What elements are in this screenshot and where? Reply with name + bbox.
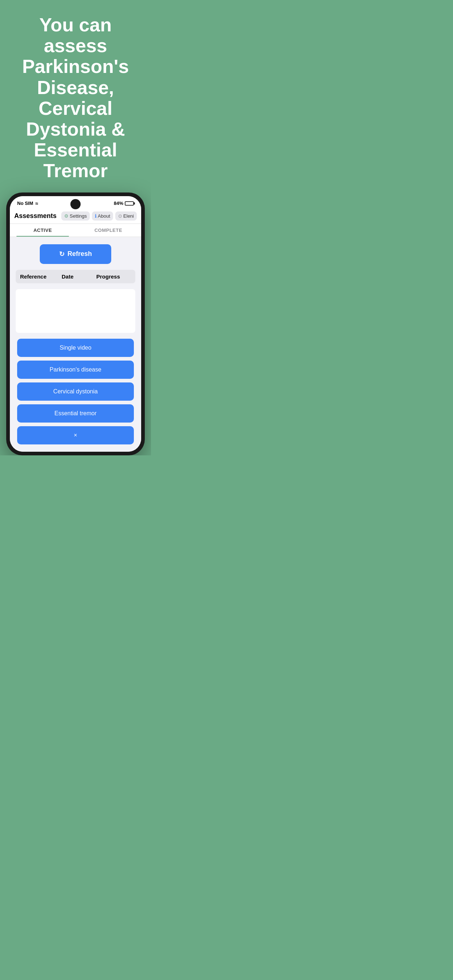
hero-headline: You can assess Parkinson's Disease, Cerv… <box>0 0 151 192</box>
wifi-icon: ≈ <box>35 200 38 206</box>
tab-complete[interactable]: COMPLETE <box>75 224 141 237</box>
col-reference-header: Reference <box>20 274 62 280</box>
nav-bar: Assessments ⚙ Settings ℹ About ⊙ Eleni <box>10 208 141 224</box>
nav-title: Assessments <box>14 212 59 220</box>
table-header: Reference Date Progress <box>16 270 135 283</box>
carrier-label: No SIM <box>17 200 33 206</box>
col-progress-header: Progress <box>96 274 131 280</box>
about-button[interactable]: ℹ About <box>92 212 113 221</box>
phone-notch <box>70 199 81 209</box>
settings-label: Settings <box>70 213 87 219</box>
tab-active[interactable]: ACTIVE <box>10 224 75 237</box>
user-button[interactable]: ⊙ Eleni <box>115 212 137 221</box>
parkinsons-button[interactable]: Parkinson's disease <box>17 361 134 379</box>
action-buttons: Single video Parkinson's disease Cervica… <box>16 339 135 444</box>
tab-bar: ACTIVE COMPLETE <box>10 224 141 237</box>
refresh-label: Refresh <box>67 250 92 258</box>
settings-button[interactable]: ⚙ Settings <box>61 212 90 221</box>
phone-screen: No SIM ≈ 84% Assessments ⚙ Settings ℹ Ab… <box>10 196 141 452</box>
close-icon: × <box>74 432 77 438</box>
cervical-button[interactable]: Cervical dystonia <box>17 382 134 401</box>
close-button[interactable]: × <box>17 426 134 444</box>
about-label: About <box>98 213 110 219</box>
single-video-button[interactable]: Single video <box>17 339 134 357</box>
table-empty-area <box>16 289 135 333</box>
battery-icon <box>125 201 134 205</box>
user-label: Eleni <box>123 213 134 219</box>
status-left: No SIM ≈ <box>17 200 38 206</box>
settings-icon: ⚙ <box>64 213 69 219</box>
phone-device: No SIM ≈ 84% Assessments ⚙ Settings ℹ Ab… <box>6 192 145 455</box>
user-icon: ⊙ <box>118 213 122 219</box>
refresh-button[interactable]: ↻ Refresh <box>40 244 112 264</box>
essential-button[interactable]: Essential tremor <box>17 404 134 423</box>
refresh-icon: ↻ <box>59 250 65 258</box>
col-date-header: Date <box>62 274 96 280</box>
battery-percent: 84% <box>114 200 123 206</box>
content-area: ↻ Refresh Reference Date Progress Single… <box>10 237 141 452</box>
status-right: 84% <box>114 200 134 206</box>
about-icon: ℹ <box>95 213 97 219</box>
